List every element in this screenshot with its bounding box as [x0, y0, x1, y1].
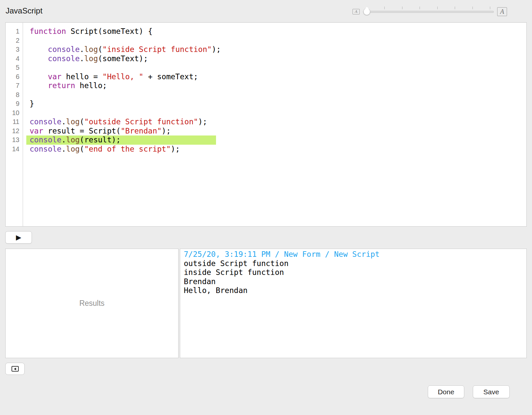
code-token: result = Script(	[43, 127, 121, 135]
font-size-slider[interactable]	[362, 6, 495, 17]
code-token	[30, 45, 48, 54]
code-token: "Hello, "	[103, 72, 144, 81]
code-token: .	[61, 135, 66, 144]
code-token: "end of the script"	[84, 145, 171, 153]
play-icon: ▶	[16, 234, 21, 241]
code-line[interactable]	[30, 90, 526, 100]
line-number: 13	[6, 135, 23, 145]
code-token: "inside Script function"	[103, 45, 212, 54]
slider-tick	[490, 7, 490, 9]
slider-thumb[interactable]	[363, 8, 370, 15]
code-token: .	[61, 117, 66, 126]
code-line[interactable]	[30, 36, 526, 45]
done-button[interactable]: Done	[428, 385, 464, 398]
code-token: .	[80, 54, 84, 63]
collapse-left-icon	[12, 366, 19, 372]
line-number: 6	[6, 72, 23, 82]
code-token: log	[66, 117, 80, 126]
line-number: 8	[6, 90, 23, 100]
code-token: log	[66, 135, 80, 144]
code-line[interactable]: }	[30, 99, 526, 109]
console-lines: outside Script functioninside Script fun…	[184, 259, 523, 295]
code-token: hello;	[75, 81, 107, 90]
code-token: log	[84, 54, 98, 63]
code-token	[30, 72, 48, 81]
code-line[interactable]: console.log("inside Script function");	[30, 45, 526, 54]
code-token: var	[48, 72, 61, 81]
code-token: console	[30, 145, 61, 153]
line-numbers: 1234567891011121314	[6, 23, 23, 226]
code-token: );	[171, 145, 180, 153]
code-token: function	[30, 27, 66, 36]
line-number: 4	[6, 54, 23, 63]
large-a-icon: A	[497, 7, 507, 16]
code-token: .	[61, 145, 66, 153]
slider-tick	[455, 7, 455, 9]
code-token: .	[80, 45, 84, 54]
small-a-icon: A	[352, 9, 360, 14]
code-token: (	[98, 45, 103, 54]
code-line[interactable]: console.log(result);	[30, 135, 526, 145]
console-line: outside Script function	[184, 259, 523, 268]
code-token: "outside Script function"	[84, 117, 198, 126]
code-lines[interactable]: function Script(someText) { console.log(…	[23, 23, 526, 226]
code-token: console	[30, 117, 61, 126]
console-line: Brendan	[184, 277, 523, 286]
line-number: 7	[6, 81, 23, 90]
code-token: (someText);	[98, 54, 148, 63]
code-token: console	[30, 135, 61, 144]
slider-tick	[420, 7, 420, 9]
console-run-header: 7/25/20, 3:19:11 PM / New Form / New Scr…	[184, 250, 523, 259]
console-line: inside Script function	[184, 268, 523, 277]
console-output-panel[interactable]: 7/25/20, 3:19:11 PM / New Form / New Scr…	[180, 249, 527, 358]
code-token: log	[84, 45, 98, 54]
save-button[interactable]: Save	[473, 385, 510, 398]
console-line: Hello, Brendan	[184, 286, 523, 295]
results-placeholder: Results	[79, 299, 105, 308]
code-line[interactable]	[30, 109, 526, 118]
code-line[interactable]: console.log("outside Script function");	[30, 117, 526, 127]
code-editor[interactable]: 1234567891011121314 function Script(some…	[5, 22, 527, 227]
code-line[interactable]: console.log("end of the script");	[30, 145, 526, 154]
code-line[interactable]	[30, 63, 526, 72]
code-token: );	[198, 117, 207, 126]
run-script-button[interactable]: ▶	[5, 231, 32, 244]
code-token: hello =	[61, 72, 103, 81]
code-token: var	[30, 127, 43, 135]
line-number: 10	[6, 109, 23, 118]
code-token: (	[80, 145, 84, 153]
code-token: console	[48, 54, 80, 63]
slider-ticks	[367, 7, 490, 11]
code-token: (result);	[80, 135, 121, 144]
code-token	[30, 54, 48, 63]
code-token: );	[162, 127, 171, 135]
line-number: 3	[6, 45, 23, 54]
code-token: }	[30, 99, 34, 108]
code-line[interactable]: function Script(someText) {	[30, 27, 526, 36]
line-number: 12	[6, 127, 23, 136]
line-number: 5	[6, 63, 23, 72]
code-line[interactable]: console.log(someText);	[30, 54, 526, 63]
slider-tick	[384, 7, 385, 9]
code-token: Script(someText) {	[66, 27, 153, 36]
collapse-panel-button[interactable]	[5, 363, 25, 375]
line-number: 11	[6, 117, 23, 127]
code-line[interactable]: var result = Script("Brendan");	[30, 127, 526, 136]
slider-tick	[402, 7, 402, 9]
code-token	[30, 81, 48, 90]
code-token: return	[48, 81, 75, 90]
slider-track[interactable]	[363, 11, 494, 13]
line-number: 2	[6, 36, 23, 45]
code-token: log	[66, 145, 80, 153]
line-number: 14	[6, 145, 23, 154]
highlighted-line: console.log(result);	[26, 135, 216, 145]
code-token: );	[212, 45, 221, 54]
small-a-label: A	[355, 9, 357, 14]
code-line[interactable]: return hello;	[30, 81, 526, 90]
large-a-label: A	[500, 8, 504, 15]
code-token: "Brendan"	[121, 127, 162, 135]
code-line[interactable]: var hello = "Hello, " + someText;	[30, 72, 526, 82]
slider-tick	[437, 7, 438, 9]
slider-tick	[472, 7, 473, 9]
results-panel: Results	[5, 249, 179, 358]
